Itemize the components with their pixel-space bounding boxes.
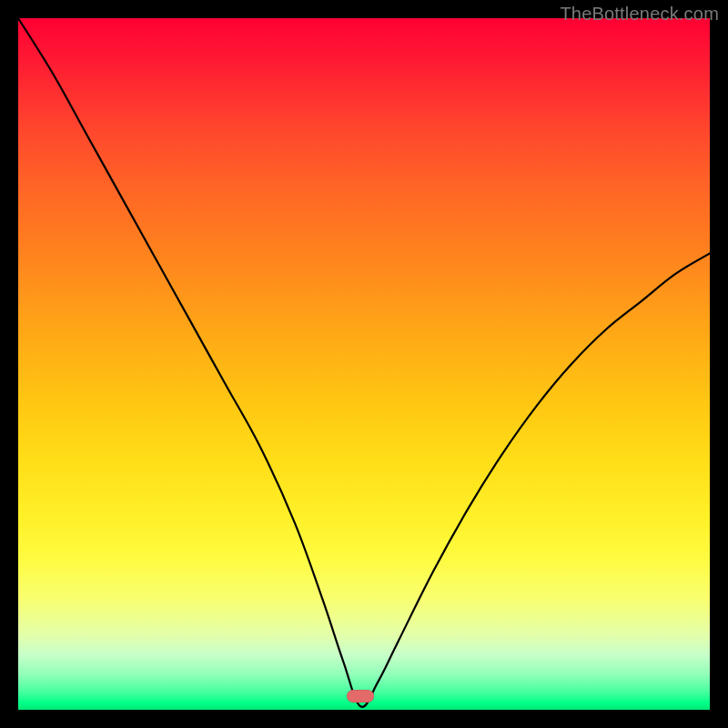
plot-area xyxy=(18,18,710,710)
watermark-text: TheBottleneck.com xyxy=(560,4,719,25)
bottleneck-marker xyxy=(347,690,374,703)
bottleneck-curve xyxy=(18,18,710,710)
chart-frame: TheBottleneck.com xyxy=(0,0,728,728)
curve-path xyxy=(18,18,710,707)
